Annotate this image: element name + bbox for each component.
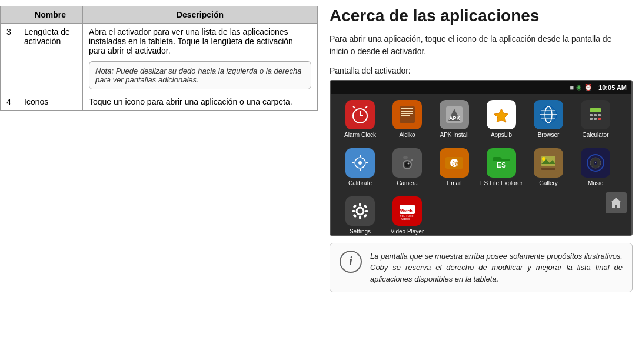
calculator-svg [585, 104, 606, 125]
app-calculator[interactable]: Calculator [572, 96, 619, 142]
appslib-icon [487, 100, 516, 129]
app-camera[interactable]: Camera [384, 145, 431, 191]
app-aldiko[interactable]: Aldiko [384, 96, 431, 142]
svg-text:APK: APK [449, 115, 461, 121]
svg-rect-22 [594, 114, 597, 116]
esfile-icon: ES [487, 148, 516, 178]
svg-marker-69 [611, 198, 621, 208]
settings-svg [350, 201, 371, 222]
calibrate-svg [350, 152, 371, 173]
svg-rect-6 [401, 108, 413, 109]
camera-label: Camera [397, 180, 418, 187]
svg-rect-23 [598, 114, 601, 116]
email-label: Email [447, 180, 461, 187]
app-settings[interactable]: Settings [337, 193, 384, 236]
info-text: La pantalla que se muestra arriba posee … [370, 251, 623, 285]
status-icon-alarm: ⏰ [584, 84, 593, 91]
table-row: 4 Iconos Toque un icono para abrir una a… [1, 93, 318, 111]
svg-text:ES: ES [497, 161, 506, 169]
alarm-clock-icon [345, 100, 375, 129]
info-icon: i [340, 251, 362, 273]
col-header-number [1, 6, 18, 24]
status-icon-2: ◉ [576, 84, 582, 91]
home-icon [610, 196, 623, 209]
app-appslib[interactable]: AppsLib [478, 96, 525, 142]
app-email[interactable]: @ Email [431, 145, 478, 191]
music-svg [585, 152, 606, 173]
row-description: Abra el activador para ver una lista de … [83, 24, 318, 93]
calculator-icon [581, 100, 610, 129]
right-panel: Acerca de las aplicaciones Para abrir un… [318, 0, 642, 364]
camera-icon [392, 148, 422, 178]
settings-label: Settings [350, 228, 371, 235]
svg-rect-8 [401, 113, 413, 114]
svg-point-47 [542, 157, 545, 161]
app-video-player[interactable]: Watch YouTube videos Video Player [384, 193, 431, 236]
app-apk-install[interactable]: APK APK Install [431, 96, 478, 142]
svg-rect-39 [411, 159, 413, 161]
intro-text: Para abrir una aplicación, toque el icon… [330, 33, 633, 58]
calibrate-icon [345, 148, 375, 178]
svg-rect-20 [590, 108, 601, 112]
row-name: Iconos [18, 93, 83, 111]
app-es-file-explorer[interactable]: ES ES File Explorer [478, 145, 525, 191]
col-header-nombre: Nombre [18, 6, 83, 24]
email-icon: @ [440, 148, 469, 178]
app-music[interactable]: Music [572, 145, 619, 191]
apk-install-label: APK Install [440, 132, 469, 139]
svg-rect-56 [359, 203, 361, 206]
svg-rect-21 [590, 114, 593, 116]
svg-rect-9 [401, 115, 410, 116]
home-button[interactable] [606, 192, 627, 213]
alarm-clock-label: Alarm Clock [344, 132, 376, 139]
svg-text:videos: videos [401, 217, 410, 221]
svg-rect-24 [590, 118, 593, 120]
settings-icon [345, 196, 375, 226]
svg-line-3 [353, 106, 355, 108]
aldiko-icon [392, 100, 422, 129]
row-number: 4 [1, 93, 18, 111]
col-header-descripcion: Descripción [83, 6, 318, 24]
app-row-3: Settings Watch YouTube videos Video Play… [331, 192, 631, 236]
video-player-icon: Watch YouTube videos [392, 196, 422, 226]
aldiko-label: Aldiko [399, 132, 415, 139]
row-description: Toque un icono para abrir una aplicación… [83, 93, 318, 111]
browser-svg [538, 104, 559, 125]
app-grid-area: Alarm Clock Aldiko [331, 94, 631, 236]
screen-label: Pantalla del activador: [330, 66, 633, 75]
status-bar: ■ ◉ ⏰ 10:05 AM [331, 81, 631, 94]
status-icon-1: ■ [570, 84, 574, 91]
device-screen: ■ ◉ ⏰ 10:05 AM [330, 80, 633, 236]
video-svg: Watch YouTube videos [397, 201, 418, 222]
row-name: Lengüeta de activación [18, 24, 83, 93]
gallery-label: Gallery [539, 180, 558, 187]
apk-install-icon: APK [440, 100, 469, 129]
camera-svg [397, 152, 418, 173]
svg-text:@: @ [452, 159, 458, 166]
app-row-2: Calibrate Camera [331, 143, 631, 192]
left-panel: Nombre Descripción 3 Lengüeta de activac… [0, 0, 318, 364]
email-svg: @ [444, 152, 465, 173]
app-gallery[interactable]: Gallery [525, 145, 572, 191]
esfile-label: ES File Explorer [480, 180, 523, 187]
video-player-label: Video Player [391, 228, 424, 235]
svg-point-52 [595, 162, 596, 163]
app-browser[interactable]: Browser [525, 96, 572, 142]
app-calibrate[interactable]: Calibrate [337, 145, 384, 191]
browser-icon [534, 100, 563, 129]
appslib-svg [491, 104, 512, 125]
svg-rect-7 [401, 111, 413, 112]
apk-svg: APK [444, 104, 465, 125]
aldiko-svg [397, 104, 418, 125]
svg-rect-58 [352, 210, 355, 212]
browser-label: Browser [538, 132, 560, 139]
appslib-label: AppsLib [491, 132, 512, 139]
note-box: Nota: Puede deslizar su dedo hacia la iz… [89, 61, 311, 89]
app-row-1: Alarm Clock Aldiko [331, 95, 631, 143]
status-icons: ■ ◉ ⏰ [570, 84, 593, 91]
feature-table: Nombre Descripción 3 Lengüeta de activac… [0, 6, 318, 111]
svg-line-4 [365, 106, 367, 108]
svg-text:Watch: Watch [400, 209, 413, 213]
app-alarm-clock[interactable]: Alarm Clock [337, 96, 384, 142]
page-title: Acerca de las aplicaciones [330, 6, 633, 26]
